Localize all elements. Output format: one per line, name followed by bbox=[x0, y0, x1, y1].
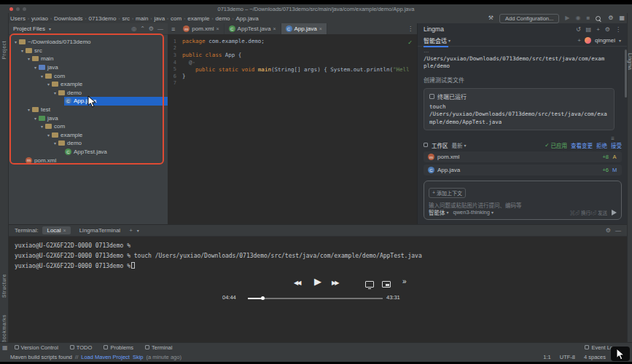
agent-selector[interactable]: 智能体 ▾ bbox=[429, 208, 449, 216]
reject-link[interactable]: 拒绝 bbox=[596, 141, 607, 149]
status-utf-8[interactable]: UTF-8 bbox=[560, 354, 575, 360]
breadcrumb-separator: › bbox=[211, 16, 213, 20]
close-icon[interactable]: × bbox=[319, 26, 322, 31]
settings-gear-icon[interactable]: ⚙ bbox=[606, 227, 611, 234]
tree-item-apptest-java[interactable]: CAppTest.java bbox=[9, 148, 168, 157]
breadcrumb-item-src[interactable]: src bbox=[122, 15, 130, 22]
tree-item-pom-xml[interactable]: mpom.xml bbox=[9, 156, 168, 165]
close-window-button[interactable] bbox=[9, 7, 13, 11]
latest-dropdown[interactable]: 最新 ▾ bbox=[452, 141, 467, 149]
chat-input[interactable]: + 添加上下文 输入问题或粘贴图片进行提问、编码等 智能体 ▾ qwen3-th… bbox=[424, 181, 622, 220]
status-tool-version-control[interactable]: Version Control bbox=[15, 344, 58, 351]
breadcrumb-item-java[interactable]: java bbox=[154, 15, 165, 22]
inspection-ok-icon[interactable]: ✓ bbox=[407, 39, 413, 46]
tree-item-com[interactable]: ▾com bbox=[9, 122, 168, 131]
tree-item-com[interactable]: ▾com bbox=[9, 71, 168, 80]
code-editor[interactable]: 1package com.example.demo;23public class… bbox=[168, 35, 417, 224]
collapse-all-icon[interactable]: ⌃ bbox=[140, 25, 145, 32]
tree-item-src[interactable]: ▾src bbox=[9, 47, 168, 55]
status-1-1[interactable]: 1:1 bbox=[543, 354, 550, 360]
breadcrumb-item-demo[interactable]: demo bbox=[215, 15, 230, 22]
close-icon[interactable]: × bbox=[273, 26, 276, 31]
tool-window-lingma[interactable]: Lingma bbox=[628, 53, 632, 70]
status-tool-terminal[interactable]: Terminal bbox=[145, 344, 172, 351]
tree-item-example[interactable]: ▾example bbox=[9, 131, 168, 140]
add-icon[interactable]: + bbox=[577, 37, 581, 44]
history-icon[interactable]: ↺ bbox=[576, 26, 581, 33]
minimize-icon[interactable]: — bbox=[615, 227, 621, 234]
locate-file-icon[interactable]: ◎ bbox=[131, 25, 136, 32]
more-controls-icon[interactable]: » bbox=[402, 277, 407, 285]
tool-window-bookmarks[interactable]: Bookmarks bbox=[1, 314, 7, 344]
tab-lingmaterminal[interactable]: LingmaTerminal bbox=[75, 226, 125, 234]
tab-app-java[interactable]: CApp.java× bbox=[281, 23, 327, 34]
breadcrumb-item-0713demo[interactable]: 0713demo bbox=[89, 15, 117, 22]
close-icon[interactable]: × bbox=[216, 26, 219, 31]
status-tool-problems[interactable]: Problems bbox=[104, 344, 133, 351]
tab-local[interactable]: Local × bbox=[42, 226, 70, 234]
settings-gear-icon[interactable]: ⚙ bbox=[149, 25, 154, 32]
run-icon[interactable]: ▶ bbox=[565, 15, 569, 21]
breadcrumb-item-main[interactable]: main bbox=[136, 15, 148, 22]
tree-item-java[interactable]: ▾java bbox=[9, 114, 168, 122]
status-tool-todo[interactable]: TODO bbox=[70, 344, 93, 351]
add-context-chip[interactable]: + 添加上下文 bbox=[429, 188, 466, 198]
tab-smart-chat[interactable]: 智能会话 ▾ bbox=[424, 36, 450, 44]
send-button[interactable] bbox=[612, 210, 617, 215]
model-selector[interactable]: qwen3-thinking ▾ bbox=[453, 209, 493, 215]
breadcrumb-item-yuxiao[interactable]: yuxiao bbox=[31, 15, 48, 22]
chevron-down-icon[interactable]: ▾ bbox=[137, 228, 139, 233]
sessions-icon[interactable]: ▤ bbox=[586, 26, 592, 33]
breadcrumb-item-com[interactable]: com bbox=[171, 15, 182, 22]
new-terminal-icon[interactable]: + bbox=[129, 227, 133, 234]
tab-apptest-java[interactable]: CAppTest.java× bbox=[225, 23, 281, 34]
new-chat-icon[interactable]: + bbox=[596, 26, 600, 33]
skip-link[interactable]: Skip bbox=[133, 354, 144, 360]
settings-gear-icon[interactable]: ⚙ bbox=[608, 15, 613, 21]
tree-item-java[interactable]: ▾java bbox=[9, 63, 168, 72]
search-icon[interactable] bbox=[596, 15, 602, 22]
breadcrumb-item-users[interactable]: Users bbox=[10, 15, 26, 22]
layout-icon[interactable]: ▦ bbox=[619, 15, 625, 21]
tool-window-project[interactable]: Project bbox=[1, 41, 7, 59]
minimize-window-button[interactable] bbox=[16, 7, 20, 11]
view-changes-link[interactable]: 查看变更 bbox=[571, 141, 593, 149]
fast-forward-icon[interactable]: ▶▶ bbox=[332, 280, 338, 286]
add-configuration-button[interactable]: Add Configuration... bbox=[499, 14, 559, 23]
zoom-window-button[interactable] bbox=[23, 7, 26, 11]
changed-file-pom-xml[interactable]: mpom.xml+8A bbox=[424, 151, 622, 162]
progress-bar[interactable] bbox=[248, 298, 383, 299]
rewind-icon[interactable]: ◀◀ bbox=[294, 280, 300, 286]
tree-item-downloads-0713demo[interactable]: ▾~/Downloads/0713demo bbox=[9, 38, 168, 47]
project-tree[interactable]: ▾~/Downloads/0713demo▾src▾main▾java▾com▾… bbox=[9, 35, 168, 224]
pip-icon[interactable] bbox=[382, 281, 391, 288]
tree-item-example[interactable]: ▾example bbox=[9, 80, 168, 89]
breadcrumb-item-downloads[interactable]: Downloads bbox=[54, 15, 83, 22]
load-maven-project-link[interactable]: Load Maven Project bbox=[81, 354, 130, 360]
more-options-icon[interactable]: ⋮ bbox=[404, 25, 417, 32]
project-files-dropdown[interactable]: Project Files bbox=[13, 25, 45, 32]
tool-window-switcher-icon[interactable]: ▦ bbox=[2, 344, 8, 351]
tree-item-demo[interactable]: ▾demo bbox=[9, 139, 168, 148]
display-icon[interactable] bbox=[365, 281, 374, 288]
settings-gear-icon[interactable]: ⚙ bbox=[605, 26, 610, 33]
breadcrumb-item-example[interactable]: example bbox=[187, 15, 209, 22]
breadcrumb-item-app-java[interactable]: App.java bbox=[236, 15, 259, 22]
chat-scrollbar[interactable] bbox=[625, 50, 627, 98]
close-icon[interactable]: × bbox=[63, 228, 66, 233]
debug-icon[interactable]: ◉ bbox=[575, 15, 580, 21]
more-options-icon[interactable]: ⋮ bbox=[615, 26, 621, 33]
build-hammer-icon[interactable]: ⚒ bbox=[488, 15, 493, 21]
terminal-output[interactable]: yuxiao@U-G2X6F22D-0000 0713demo %yuxiao@… bbox=[9, 237, 627, 276]
accept-link[interactable]: 接受 bbox=[611, 141, 622, 149]
hide-panel-icon[interactable]: — bbox=[157, 25, 163, 32]
stop-icon[interactable]: ■ bbox=[586, 15, 590, 21]
hamburger-menu-icon[interactable]: ≡ bbox=[168, 25, 179, 33]
status-4-spaces[interactable]: 4 spaces bbox=[584, 354, 606, 360]
tab-pom-xml[interactable]: mpom.xml× bbox=[179, 23, 224, 34]
user-menu[interactable]: qingmei bbox=[595, 37, 615, 44]
play-icon[interactable]: ▶ bbox=[314, 277, 321, 286]
changed-file-app-java[interactable]: CApp.java+6M bbox=[424, 165, 622, 175]
tree-item-main[interactable]: ▾main bbox=[9, 55, 168, 63]
tool-window-structure[interactable]: Structure bbox=[1, 274, 7, 298]
